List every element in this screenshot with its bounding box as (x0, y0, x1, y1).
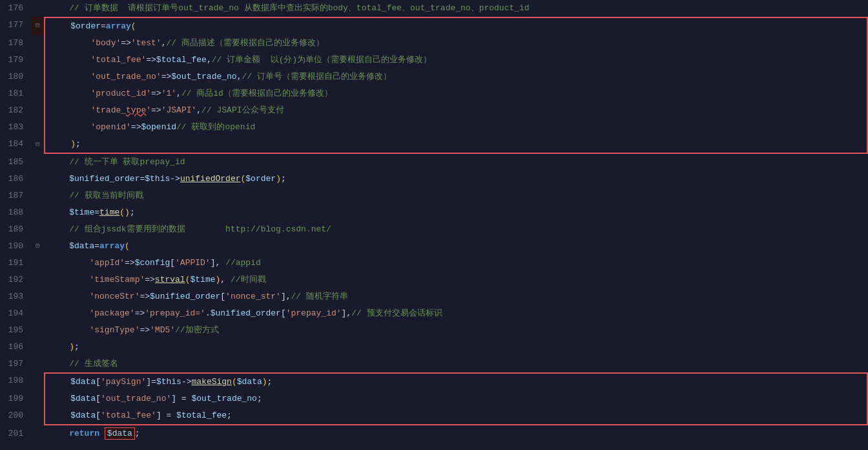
line-num-191: 191 (0, 255, 31, 272)
line-num-182: 182 (0, 102, 31, 119)
gutter-178 (31, 35, 44, 52)
gutter-199 (31, 391, 44, 407)
code-line-182: 182 'trade_type'=>'JSAPI',// JSAPI公众号支付 (0, 102, 868, 119)
line-num-179: 179 (0, 52, 31, 69)
gutter-189 (31, 221, 44, 238)
line-content-194: 'package'=>'prepay_id='.$unified_order['… (44, 305, 868, 322)
code-line-176: 176 // 订单数据 请根据订单号out_trade_no 从数据库中查出实际… (0, 0, 868, 17)
line-content-199: $data['out_trade_no'] = $out_trade_no; (44, 391, 868, 407)
line-content-186: $unified_order=$this->unifiedOrder($orde… (44, 171, 868, 188)
line-num-185: 185 (0, 154, 31, 171)
gutter-179 (31, 52, 44, 69)
line-num-181: 181 (0, 85, 31, 102)
line-content-179: 'total_fee'=>$total_fee,// 订单金额 以(分)为单位（… (44, 52, 868, 69)
line-content-184: ); (44, 136, 868, 154)
line-content-196: ); (44, 339, 868, 356)
line-content-191: 'appId'=>$config['APPID'], //appid (44, 255, 868, 272)
line-content-183: 'openid'=>$openid// 获取到的openid (44, 119, 868, 136)
line-content-176: // 订单数据 请根据订单号out_trade_no 从数据库中查出实际的bod… (44, 0, 868, 17)
fold-icon-177: ⊟ (36, 17, 39, 34)
line-content-201: return $data; (44, 425, 868, 442)
line-num-177: 177 (0, 17, 31, 35)
gutter-184: ⊟ (31, 136, 44, 154)
gutter-186 (31, 171, 44, 188)
line-content-197: // 生成签名 (44, 356, 868, 372)
code-line-180: 180 'out_trade_no'=>$out_trade_no,// 订单号… (0, 69, 868, 85)
code-line-186: 186 $unified_order=$this->unifiedOrder($… (0, 171, 868, 188)
fold-icon-190: ⊟ (36, 238, 39, 255)
gutter-182 (31, 102, 44, 119)
line-content-190: $data=array( (44, 238, 868, 255)
gutter-201 (31, 425, 44, 442)
code-line-183: 183 'openid'=>$openid// 获取到的openid (0, 119, 868, 136)
code-line-193: 193 'nonceStr'=>$unified_order['nonce_st… (0, 288, 868, 305)
line-num-189: 189 (0, 221, 31, 238)
gutter-193 (31, 288, 44, 305)
code-line-184: 184 ⊟ ); (0, 136, 868, 154)
gutter-188 (31, 204, 44, 221)
line-content-189: // 组合jssdk需要用到的数据 http://blog.csdn.net/ (44, 221, 868, 238)
code-line-178: 178 'body'=>'test',// 商品描述（需要根据自己的业务修改） (0, 35, 868, 52)
gutter-191 (31, 255, 44, 272)
line-num-187: 187 (0, 188, 31, 204)
line-num-198: 198 (0, 372, 31, 391)
code-line-195: 195 'signType'=>'MD5'//加密方式 (0, 322, 868, 339)
line-num-197: 197 (0, 356, 31, 372)
gutter-194 (31, 305, 44, 322)
gutter-197 (31, 356, 44, 372)
gutter-187 (31, 188, 44, 204)
code-line-194: 194 'package'=>'prepay_id='.$unified_ord… (0, 305, 868, 322)
line-num-190: 190 (0, 238, 31, 255)
code-line-192: 192 'timeStamp'=>strval($time), //时间戳 (0, 272, 868, 288)
line-content-200: $data['total_fee'] = $total_fee; (44, 407, 868, 425)
code-line-181: 181 'product_id'=>'1',// 商品id（需要根据自己的业务修… (0, 85, 868, 102)
gutter-181 (31, 85, 44, 102)
gutter-200 (31, 407, 44, 425)
code-line-196: 196 ); (0, 339, 868, 356)
gutter-192 (31, 272, 44, 288)
line-content-182: 'trade_type'=>'JSAPI',// JSAPI公众号支付 (44, 102, 868, 119)
line-num-199: 199 (0, 391, 31, 407)
line-num-176: 176 (0, 0, 31, 17)
line-num-180: 180 (0, 69, 31, 85)
line-content-187: // 获取当前时间戳 (44, 188, 868, 204)
code-editor: 176 // 订单数据 请根据订单号out_trade_no 从数据库中查出实际… (0, 0, 868, 450)
gutter-183 (31, 119, 44, 136)
line-content-198: $data['paySign']=$this->makeSign($data); (44, 372, 868, 391)
code-line-177: 177 ⊟ $order=array( (0, 17, 868, 35)
code-line-199: 199 $data['out_trade_no'] = $out_trade_n… (0, 391, 868, 407)
fold-icon-184: ⊟ (36, 136, 39, 153)
line-content-181: 'product_id'=>'1',// 商品id（需要根据自己的业务修改） (44, 85, 868, 102)
line-num-201: 201 (0, 425, 31, 442)
code-line-200: 200 $data['total_fee'] = $total_fee; (0, 407, 868, 425)
gutter-190: ⊟ (31, 238, 44, 255)
line-num-200: 200 (0, 407, 31, 425)
line-content-180: 'out_trade_no'=>$out_trade_no,// 订单号（需要根… (44, 69, 868, 85)
code-line-197: 197 // 生成签名 (0, 356, 868, 372)
code-line-188: 188 $time=time(); (0, 204, 868, 221)
line-num-184: 184 (0, 136, 31, 154)
gutter-177: ⊟ (31, 17, 44, 35)
line-num-178: 178 (0, 35, 31, 52)
code-line-190: 190 ⊟ $data=array( (0, 238, 868, 255)
line-content-177: $order=array( (44, 17, 868, 35)
gutter-176 (31, 0, 44, 17)
line-content-192: 'timeStamp'=>strval($time), //时间戳 (44, 272, 868, 288)
line-content-193: 'nonceStr'=>$unified_order['nonce_str'],… (44, 288, 868, 305)
line-num-196: 196 (0, 339, 31, 356)
line-num-188: 188 (0, 204, 31, 221)
line-num-183: 183 (0, 119, 31, 136)
code-line-189: 189 // 组合jssdk需要用到的数据 http://blog.csdn.n… (0, 221, 868, 238)
line-content-178: 'body'=>'test',// 商品描述（需要根据自己的业务修改） (44, 35, 868, 52)
code-line-185: 185 // 统一下单 获取prepay_id (0, 154, 868, 171)
line-num-193: 193 (0, 288, 31, 305)
code-line-201: 201 return $data; (0, 425, 868, 442)
line-content-195: 'signType'=>'MD5'//加密方式 (44, 322, 868, 339)
line-num-195: 195 (0, 322, 31, 339)
gutter-195 (31, 322, 44, 339)
code-line-191: 191 'appId'=>$config['APPID'], //appid (0, 255, 868, 272)
code-line-179: 179 'total_fee'=>$total_fee,// 订单金额 以(分)… (0, 52, 868, 69)
line-num-192: 192 (0, 272, 31, 288)
code-line-198: 198 $data['paySign']=$this->makeSign($da… (0, 372, 868, 391)
code-line-187: 187 // 获取当前时间戳 (0, 188, 868, 204)
